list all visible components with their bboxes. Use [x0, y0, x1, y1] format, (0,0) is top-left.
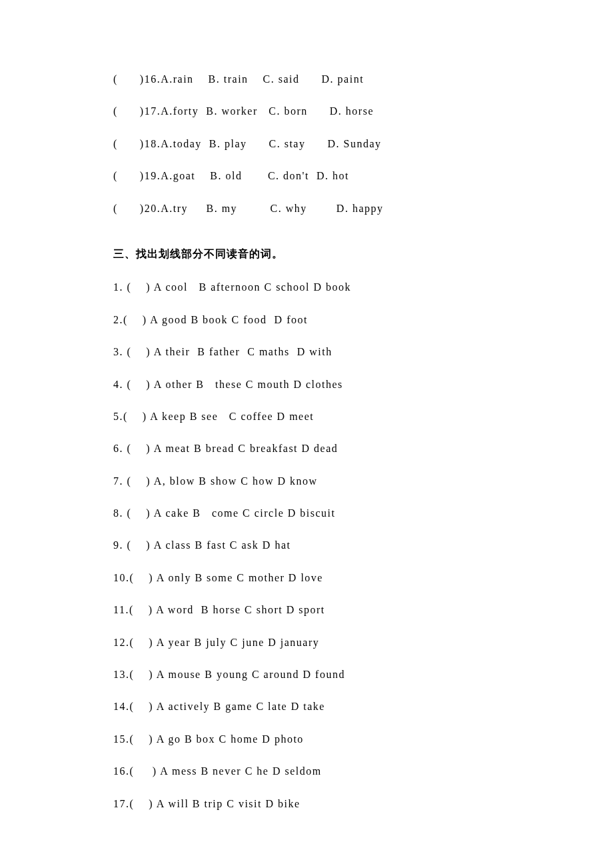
question-row: 13.( ) A mouse B young C around D found	[113, 667, 500, 682]
question-row: 5.( ) A keep B see C coffee D meet	[113, 409, 500, 424]
question-row: ( )17.A.forty B. worker C. born D. horse	[113, 104, 500, 119]
question-row: ( )19.A.goat B. old C. don't D. hot	[113, 169, 500, 183]
question-row: 7. ( ) A, blow B show C how D know	[113, 474, 500, 489]
question-row: 11.( ) A word B horse C short D sport	[113, 603, 500, 617]
question-row: 6. ( ) A meat B bread C breakfast D dead	[113, 441, 500, 456]
question-row: 3. ( ) A their B father C maths D with	[113, 345, 500, 359]
question-row: 10.( ) A only B some C mother D love	[113, 571, 500, 585]
question-row: ( )18.A.today B. play C. stay D. Sunday	[113, 137, 500, 151]
question-row: 2.( ) A good B book C food D foot	[113, 313, 500, 327]
question-row: 15.( ) A go B box C home D photo	[113, 732, 500, 747]
question-row: ( )16.A.rain B. train C. said D. paint	[113, 72, 500, 87]
question-row: 14.( ) A actively B game C late D take	[113, 699, 500, 714]
question-row: 9. ( ) A class B fast C ask D hat	[113, 538, 500, 553]
question-row: 17.( ) A will B trip C visit D bike	[113, 797, 500, 811]
question-row: ( )20.A.try B. my C. why D. happy	[113, 201, 500, 216]
section-3: 1. ( ) A cool B afternoon C school D boo…	[113, 280, 500, 811]
question-row: 1. ( ) A cool B afternoon C school D boo…	[113, 280, 500, 295]
question-row: 16.( ) A mess B never C he D seldom	[113, 764, 500, 779]
question-row: 4. ( ) A other B these C mouth D clothes	[113, 377, 500, 392]
question-row: 8. ( ) A cake B come C circle D biscuit	[113, 506, 500, 521]
section-2-continued: ( )16.A.rain B. train C. said D. paint (…	[113, 72, 500, 216]
question-row: 12.( ) A year B july C june D january	[113, 635, 500, 650]
document-page: ( )16.A.rain B. train C. said D. paint (…	[0, 0, 613, 868]
section-3-title: 三、找出划线部分不同读音的词。	[113, 247, 500, 261]
